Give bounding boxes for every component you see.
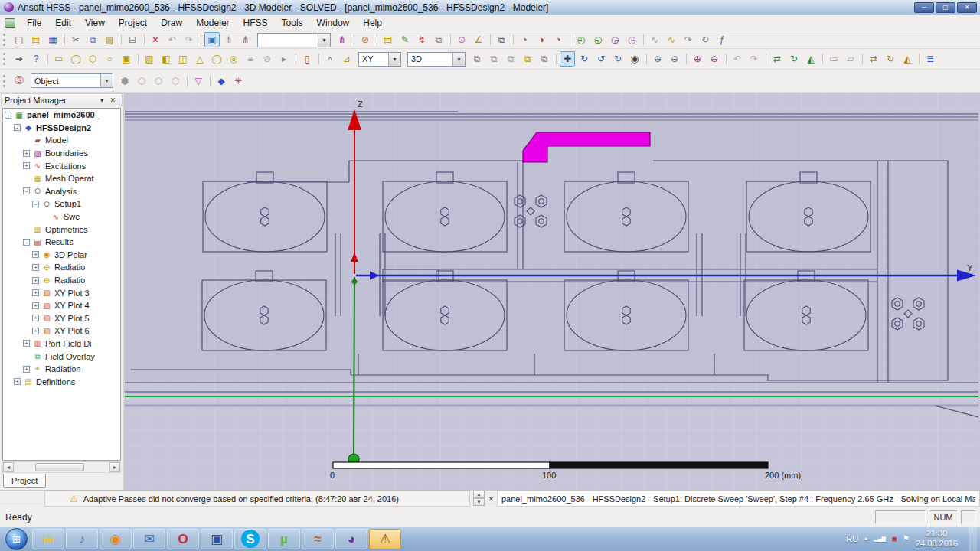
rotate-screen-icon[interactable]: ↻ xyxy=(610,51,626,67)
draw-cone-icon[interactable]: △ xyxy=(192,51,207,67)
solution-doc-icon[interactable]: ⧉ xyxy=(431,32,446,47)
tree-expander-icon[interactable]: - xyxy=(32,201,39,207)
show-desktop-button[interactable] xyxy=(969,527,977,551)
tree-node-excitations[interactable]: + ∿ Excitations xyxy=(3,159,120,172)
analyze-all-icon[interactable]: ✎ xyxy=(397,32,413,47)
tree-expander-icon[interactable] xyxy=(23,175,30,182)
history-tree-icon[interactable]: ⋔ xyxy=(238,32,253,47)
maximize-button[interactable]: ▢ xyxy=(936,2,956,13)
draw-rectangle-icon[interactable]: ▭ xyxy=(51,51,67,67)
fit-selection-icon[interactable]: ⊕ xyxy=(650,51,665,67)
solve-setup-combo[interactable]: ▼ xyxy=(257,33,331,47)
toolbar-grip[interactable] xyxy=(3,34,8,46)
animate-icon-3[interactable]: ◔ xyxy=(550,32,566,47)
minimize-button[interactable]: ─ xyxy=(914,2,934,13)
draw-ellipse-icon[interactable]: ◯ xyxy=(68,51,83,67)
duplicate-line-icon[interactable]: ⇄ xyxy=(866,51,881,67)
analyze-doc-icon[interactable]: ▤ xyxy=(381,32,396,47)
tree-node-model[interactable]: ▰ Model xyxy=(3,134,120,147)
tree-node-radiation[interactable]: + ⌖ Radiation xyxy=(3,363,120,376)
spin-up-icon[interactable]: ▲ xyxy=(473,491,485,498)
chevron-down-icon[interactable]: ▼ xyxy=(388,53,400,66)
panel-close-icon[interactable]: ✕ xyxy=(106,96,119,104)
tree-expander-icon[interactable] xyxy=(23,353,30,360)
draw-point-icon[interactable]: ∘ xyxy=(322,51,338,67)
fit-active-icon[interactable]: ⊖ xyxy=(667,51,682,67)
menu-view[interactable]: View xyxy=(78,16,112,30)
boolean-split-icon[interactable]: ⧉ xyxy=(520,51,535,67)
tree-node-xy-plot-4[interactable]: + ▧ XY Plot 4 xyxy=(3,299,120,312)
draw-helix-icon[interactable]: ≡ xyxy=(243,51,258,67)
tree-node-3d-polar[interactable]: + ◉ 3D Polar xyxy=(3,249,120,262)
draw-torus-icon[interactable]: ◎ xyxy=(226,51,241,67)
animate-icon-7[interactable]: ◷ xyxy=(624,32,639,47)
menu-window[interactable]: Window xyxy=(310,16,357,30)
fit-all-icon[interactable]: ◉ xyxy=(627,51,642,67)
wireframe-view-icon[interactable]: ▭ xyxy=(826,51,841,67)
pan-icon[interactable]: ✚ xyxy=(560,51,575,67)
tree-expander-icon[interactable] xyxy=(23,226,30,233)
display-curve-icon[interactable]: ∠ xyxy=(471,32,486,47)
start-button[interactable]: ⊞ xyxy=(5,528,28,550)
cut-icon[interactable]: ✂ xyxy=(68,32,83,47)
floppy-taskbar-button[interactable]: ▣ xyxy=(201,529,233,549)
print-icon[interactable]: ⊟ xyxy=(125,32,140,47)
zoom-in-icon[interactable]: ⊕ xyxy=(690,51,705,67)
draw-polygon-icon[interactable]: ⬡ xyxy=(85,51,100,67)
animate-icon-2[interactable]: ◑ xyxy=(534,32,549,47)
create-region-icon[interactable]: ▣ xyxy=(119,51,134,67)
scrollbar-thumb[interactable] xyxy=(35,463,84,471)
properties-icon[interactable]: ⋔ xyxy=(221,32,237,47)
boolean-imprint-icon[interactable]: ⧉ xyxy=(537,51,552,67)
tree-expander-icon[interactable] xyxy=(23,137,30,144)
modeler-viewport[interactable]: Z Y 0 100 200 (mm xyxy=(125,93,980,490)
tree-expander-icon[interactable]: - xyxy=(23,187,30,194)
coil-app-taskbar-button[interactable]: ≈ xyxy=(302,529,334,549)
zoom-out-icon[interactable]: ⊖ xyxy=(707,51,722,67)
copy-image-icon[interactable]: ⧉ xyxy=(494,32,509,47)
abort-analysis-icon[interactable]: ↯ xyxy=(414,32,430,47)
toolbar-grip[interactable] xyxy=(3,75,8,87)
tree-expander-icon[interactable]: + xyxy=(23,366,30,373)
tree-node-xy-plot-6[interactable]: + ▧ XY Plot 6 xyxy=(3,324,120,337)
tree-node-sweep[interactable]: ∿ Swe xyxy=(3,210,120,223)
validate-icon[interactable]: ⊘ xyxy=(358,32,373,47)
tree-expander-icon[interactable]: + xyxy=(32,277,39,284)
tree-node-xy-plot-5[interactable]: + ▧ XY Plot 5 xyxy=(3,312,120,325)
scroll-left-icon[interactable]: ◄ xyxy=(3,462,14,472)
draw-spiral-icon[interactable]: ⊚ xyxy=(260,51,275,67)
menu-project[interactable]: Project xyxy=(112,16,154,30)
sweep-path-icon[interactable]: ▸ xyxy=(276,51,292,67)
optimetrics-setup-icon[interactable]: ⋔ xyxy=(335,32,350,47)
boolean-intersect-icon[interactable]: ⧉ xyxy=(503,51,518,67)
tree-expander-icon[interactable] xyxy=(41,214,48,220)
whats-this-icon[interactable]: ? xyxy=(28,51,44,67)
draw-box-icon[interactable]: ▧ xyxy=(142,51,157,67)
tree-expander-icon[interactable]: + xyxy=(32,328,39,334)
tree-node-analysis[interactable]: - ⊙ Analysis xyxy=(3,185,120,198)
boundary-display-icon[interactable]: ◆ xyxy=(214,73,229,89)
mail-taskbar-button[interactable]: ✉ xyxy=(133,529,165,549)
warning-dialog-taskbar-button[interactable]: ⚠ xyxy=(369,529,401,549)
menu-draw[interactable]: Draw xyxy=(154,16,189,30)
menu-edit[interactable]: Edit xyxy=(48,16,78,30)
tree-node-radiation-plot-2[interactable]: + ⊕ Radiatio xyxy=(3,274,120,287)
bondwire-icon[interactable]: ▯ xyxy=(299,51,315,67)
open-icon[interactable]: ▤ xyxy=(28,32,44,47)
shaded-view-icon[interactable]: ▱ xyxy=(843,51,858,67)
tree-node-port-field-display[interactable]: + ▥ Port Field Di xyxy=(3,337,120,350)
tree-expander-icon[interactable]: + xyxy=(14,378,21,385)
explorer-taskbar-button[interactable]: ▤ xyxy=(32,529,64,549)
panel-menu-icon[interactable]: ▾ xyxy=(97,96,107,104)
drawing-plane-combo[interactable]: XY ▼ xyxy=(358,52,401,67)
movement-mode-combo[interactable]: 3D ▼ xyxy=(407,52,466,67)
new-icon[interactable]: ▢ xyxy=(11,32,27,47)
redo-icon[interactable]: ↷ xyxy=(181,32,197,47)
wire-sphere-icon-2[interactable]: ⬡ xyxy=(151,73,166,89)
menu-file[interactable]: File xyxy=(20,16,48,30)
rotate-center-icon[interactable]: ↻ xyxy=(577,51,592,67)
tree-expander-icon[interactable]: + xyxy=(23,150,30,157)
boolean-subtract-icon[interactable]: ⧉ xyxy=(486,51,501,67)
save-icon[interactable]: ▦ xyxy=(45,32,60,47)
radiation-display-icon[interactable]: ✳ xyxy=(230,73,246,89)
